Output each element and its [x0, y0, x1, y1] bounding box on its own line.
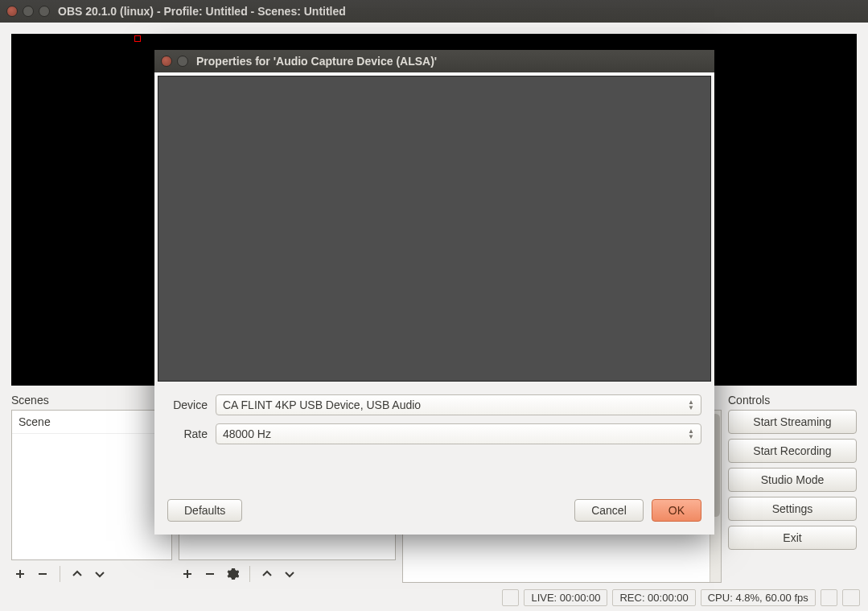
combo-spinner-icon: ▲▼ — [688, 399, 694, 411]
rate-row: Rate 48000 Hz ▲▼ — [167, 423, 701, 444]
status-bar: LIVE: 00:00:00 REC: 00:00:00 CPU: 4.8%, … — [0, 586, 868, 611]
status-spacer — [502, 589, 520, 606]
controls-body: Start Streaming Start Recording Studio M… — [728, 410, 857, 583]
source-bounding-handle[interactable] — [134, 35, 141, 42]
status-live: LIVE: 00:00:00 — [524, 589, 607, 606]
minus-icon — [204, 568, 216, 580]
maximize-icon[interactable] — [177, 56, 188, 67]
dialog-footer: Defaults Cancel OK — [154, 491, 714, 535]
svg-rect-1 — [206, 573, 214, 575]
rate-label: Rate — [167, 427, 216, 440]
close-icon[interactable] — [161, 56, 172, 67]
separator — [249, 566, 250, 582]
dialog-body: Device CA FLINT 4KP USB Device, USB Audi… — [154, 76, 714, 535]
remove-scene-button[interactable] — [34, 565, 51, 583]
exit-button[interactable]: Exit — [728, 526, 857, 550]
device-value: CA FLINT 4KP USB Device, USB Audio — [223, 398, 421, 411]
rate-value: 48000 Hz — [223, 427, 271, 440]
scenes-list[interactable]: Scene — [11, 410, 172, 560]
device-combo[interactable]: CA FLINT 4KP USB Device, USB Audio ▲▼ — [216, 394, 701, 415]
dialog-form: Device CA FLINT 4KP USB Device, USB Audi… — [154, 385, 714, 459]
gear-icon — [226, 568, 239, 580]
add-source-button[interactable] — [179, 565, 196, 583]
remove-source-button[interactable] — [201, 565, 219, 583]
minimize-icon[interactable] — [23, 6, 34, 17]
dialog-preview — [158, 76, 711, 382]
add-scene-button[interactable] — [11, 565, 29, 583]
device-label: Device — [167, 398, 216, 411]
plus-icon — [14, 568, 26, 580]
rate-combo[interactable]: 48000 Hz ▲▼ — [216, 423, 701, 444]
studio-mode-button[interactable]: Studio Mode — [728, 468, 857, 492]
separator — [60, 566, 60, 582]
move-scene-down-button[interactable] — [91, 565, 109, 583]
settings-button[interactable]: Settings — [728, 497, 857, 521]
move-scene-up-button[interactable] — [68, 565, 86, 583]
cancel-button[interactable]: Cancel — [574, 499, 644, 522]
chevron-up-icon — [261, 568, 273, 580]
status-spacer — [821, 589, 838, 606]
window-title: OBS 20.1.0 (linux) - Profile: Untitled -… — [58, 5, 346, 18]
defaults-button[interactable]: Defaults — [167, 499, 242, 522]
source-properties-button[interactable] — [224, 565, 241, 583]
dialog-window-controls — [161, 56, 188, 67]
scenes-header: Scenes — [11, 392, 172, 410]
scenes-panel: Scenes Scene — [11, 392, 172, 583]
controls-header: Controls — [728, 392, 857, 410]
chevron-down-icon — [284, 568, 295, 580]
start-streaming-button[interactable]: Start Streaming — [728, 410, 857, 434]
sources-toolbar — [179, 560, 396, 583]
dialog-titlebar[interactable]: Properties for 'Audio Capture Device (AL… — [154, 50, 714, 72]
close-icon[interactable] — [6, 6, 18, 17]
scene-item[interactable]: Scene — [12, 411, 171, 434]
svg-rect-0 — [39, 573, 47, 575]
plus-icon — [182, 568, 193, 580]
properties-dialog: Properties for 'Audio Capture Device (AL… — [154, 50, 714, 535]
move-source-down-button[interactable] — [281, 565, 298, 583]
chevron-up-icon — [72, 568, 83, 580]
chevron-down-icon — [94, 568, 105, 580]
start-recording-button[interactable]: Start Recording — [728, 439, 857, 463]
maximize-icon[interactable] — [39, 6, 50, 17]
device-row: Device CA FLINT 4KP USB Device, USB Audi… — [167, 394, 701, 415]
main-titlebar: OBS 20.1.0 (linux) - Profile: Untitled -… — [0, 0, 868, 23]
combo-spinner-icon: ▲▼ — [688, 428, 694, 440]
scenes-toolbar — [11, 560, 172, 583]
ok-button[interactable]: OK — [652, 499, 701, 522]
dialog-title: Properties for 'Audio Capture Device (AL… — [196, 55, 437, 68]
controls-panel: Controls Start Streaming Start Recording… — [728, 392, 857, 583]
minus-icon — [37, 568, 48, 580]
status-cpu: CPU: 4.8%, 60.00 fps — [701, 589, 816, 606]
window-controls — [6, 6, 50, 17]
move-source-up-button[interactable] — [258, 565, 276, 583]
status-rec: REC: 00:00:00 — [612, 589, 695, 606]
status-spacer — [842, 589, 860, 606]
